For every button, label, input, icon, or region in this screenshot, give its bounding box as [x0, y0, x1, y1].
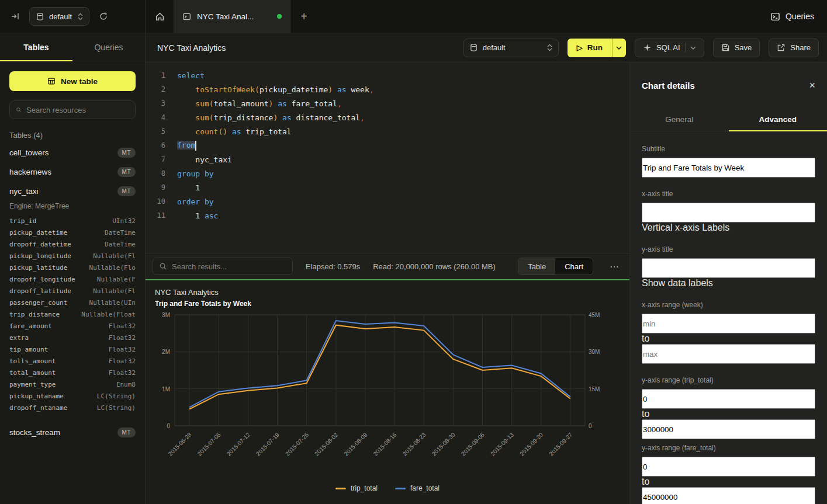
tab-general[interactable]: General	[630, 108, 729, 131]
new-tab-plus: +	[300, 10, 307, 23]
table-item[interactable]: cell_towersMT	[0, 143, 145, 162]
sidebar-tab-queries[interactable]: Queries	[72, 33, 145, 61]
sidebar-tab-queries-label: Queries	[94, 43, 123, 52]
table-item[interactable]: hackernewsMT	[0, 162, 145, 182]
results-search[interactable]	[153, 258, 293, 275]
editor-line[interactable]: 11 1 asc	[146, 208, 629, 223]
x-range-max-input[interactable]	[642, 344, 815, 364]
legend-item[interactable]: fare_total	[395, 484, 440, 492]
column-name: dropoff_datetime	[9, 241, 71, 248]
columns-list: trip_idUInt32pickup_datetimeDateTimedrop…	[0, 215, 145, 416]
collapse-sidebar-button[interactable]	[8, 9, 22, 23]
svg-text:2015-07-05: 2015-07-05	[196, 431, 222, 457]
share-button[interactable]: Share	[769, 39, 819, 57]
column-row: pickup_datetimeDateTime	[9, 227, 136, 238]
chart-area: NYC Taxi Analytics Trip and Fare Totals …	[146, 280, 629, 504]
y-range-fare-max-input[interactable]	[642, 487, 815, 504]
sidebar-tab-tables-label: Tables	[23, 43, 49, 52]
table-item[interactable]: stocks_streamMT	[0, 423, 145, 442]
svg-text:2015-06-28: 2015-06-28	[167, 431, 193, 457]
column-name: tip_amount	[9, 346, 48, 353]
sidebar-tab-tables[interactable]: Tables	[0, 33, 72, 61]
x-range-min-input[interactable]	[642, 314, 815, 333]
run-options-button[interactable]	[612, 39, 626, 57]
more-options-button[interactable]: ⋯	[606, 260, 622, 273]
resource-search-input[interactable]	[26, 106, 129, 114]
query-title: NYC Taxi Analytics	[157, 43, 226, 53]
line-number: 2	[146, 85, 165, 93]
y-range-trip-max-input[interactable]	[642, 419, 815, 439]
editor-line[interactable]: 10order by	[146, 194, 629, 208]
resource-search[interactable]	[9, 100, 136, 119]
editor-line[interactable]: 6from	[146, 138, 629, 152]
database-selector[interactable]: default	[29, 7, 89, 26]
chart-details-header: Chart details ×	[630, 62, 827, 108]
engine-badge: MT	[117, 167, 136, 177]
table-item[interactable]: nyc_taxiMT	[0, 182, 145, 201]
sql-ai-button[interactable]: SQL AI	[635, 39, 704, 57]
new-table-button-label: New table	[61, 77, 98, 86]
results-search-input[interactable]	[172, 262, 286, 271]
column-row: total_amountFloat32	[9, 367, 136, 378]
column-row: trip_distanceNullable(Float	[9, 308, 136, 320]
editor-line[interactable]: 5 count() as trip_total	[146, 124, 629, 138]
tab-advanced[interactable]: Advanced	[729, 108, 827, 131]
home-tab[interactable]	[146, 0, 174, 33]
subtitle-input[interactable]	[642, 158, 815, 178]
sql-editor[interactable]: 1select2 toStartOfWeek(pickup_datetime) …	[146, 62, 629, 253]
chart-details-panel: Chart details × General Advanced Subtitl…	[629, 62, 827, 504]
svg-text:45M: 45M	[589, 312, 600, 318]
y-range-fare-min-input[interactable]	[642, 457, 815, 477]
view-toggle-table[interactable]: Table	[518, 258, 555, 274]
run-database-selector[interactable]: default	[463, 39, 559, 57]
new-table-button[interactable]: New table	[9, 71, 136, 91]
new-tab-button[interactable]: +	[290, 0, 317, 33]
save-icon	[721, 43, 730, 52]
home-icon	[155, 12, 165, 22]
y-axis-title-input[interactable]	[642, 258, 815, 278]
column-name: extra	[9, 334, 29, 342]
column-type: Nullable(UIn	[89, 299, 136, 307]
x-axis-title-input[interactable]	[642, 203, 815, 223]
editor-line[interactable]: 8group by	[146, 166, 629, 180]
y-range-trip-min-input[interactable]	[642, 389, 815, 409]
table-engine: Engine: MergeTree	[0, 201, 145, 215]
column-name: dropoff_ntaname	[9, 404, 67, 412]
line-number: 1	[146, 71, 165, 79]
elapsed-time: Elapsed: 0.579s	[306, 262, 360, 271]
editor-line[interactable]: 1select	[146, 68, 629, 82]
share-button-label: Share	[790, 43, 811, 52]
column-type: Nullable(Fl	[93, 252, 136, 260]
save-button[interactable]: Save	[713, 39, 760, 57]
line-number: 7	[146, 155, 165, 164]
show-data-labels-label: Show data labels	[642, 278, 713, 288]
tab-modified-dot	[277, 14, 282, 19]
tables-list: cell_towersMThackernewsMTnyc_taxiMTEngin…	[0, 143, 145, 504]
svg-text:2015-07-19: 2015-07-19	[255, 431, 281, 457]
editor-line[interactable]: 3 sum(total_amount) as fare_total,	[146, 96, 629, 110]
column-name: total_amount	[9, 369, 56, 377]
view-toggle-chart[interactable]: Chart	[555, 258, 593, 274]
svg-text:2015-08-16: 2015-08-16	[372, 431, 398, 457]
y-axis-title-label: y-axis title	[642, 245, 815, 253]
editor-line[interactable]: 7 nyc_taxi	[146, 152, 629, 166]
editor-line[interactable]: 2 toStartOfWeek(pickup_datetime) as week…	[146, 82, 629, 96]
editor-line[interactable]: 9 1	[146, 180, 629, 194]
queries-button[interactable]: Queries	[770, 12, 814, 22]
svg-text:2015-09-13: 2015-09-13	[489, 431, 515, 457]
tab-general-label: General	[665, 115, 693, 124]
table-name: hackernews	[9, 168, 51, 176]
legend-item[interactable]: trip_total	[335, 484, 378, 492]
column-name: trip_distance	[9, 311, 60, 318]
refresh-button[interactable]	[96, 9, 110, 23]
run-button[interactable]: ▷ Run	[568, 39, 612, 57]
x-axis-title-label: x-axis title	[642, 190, 815, 198]
chart-plot[interactable]: 3M45M2M30M1M15M002015-06-282015-07-05201…	[155, 310, 620, 481]
editor-line[interactable]: 4 sum(trip_distance) as distance_total,	[146, 110, 629, 124]
column-name: payment_type	[9, 381, 56, 388]
query-tab[interactable]: NYC Taxi Anal...	[174, 0, 290, 33]
close-panel-button[interactable]: ×	[809, 79, 815, 92]
database-selector-value: default	[49, 12, 72, 21]
svg-text:0: 0	[589, 423, 592, 429]
code-text: count() as trip_total	[177, 127, 292, 136]
